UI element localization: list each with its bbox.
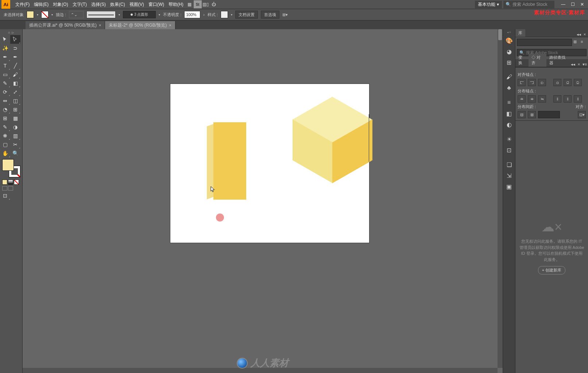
dock-grab-icon[interactable]: ◂ ≡ — [507, 31, 511, 34]
color-panel-icon[interactable]: 🎨 — [504, 36, 514, 45]
stock-search[interactable]: 🔍搜索 Adobe Stock — [503, 1, 554, 8]
color-mode-gradient[interactable] — [8, 180, 13, 185]
cube-shape[interactable] — [293, 97, 373, 184]
shaper-tool[interactable]: ✎ — [0, 79, 10, 88]
arrange-icon[interactable]: ▥▯ — [202, 0, 210, 8]
lasso-tool[interactable]: ⊃ — [10, 44, 20, 53]
rectangle-tool[interactable]: ▭ — [0, 70, 10, 79]
panel-collapse-icon[interactable]: ◂◂ — [570, 62, 576, 67]
panel-menu-icon[interactable]: ▾≡ — [582, 62, 587, 67]
edit-toolbar-button[interactable]: ⊡ — [0, 191, 10, 200]
vertical-scrollbar[interactable] — [498, 29, 503, 368]
brush-definition[interactable]: 3 点圆形 — [123, 11, 156, 18]
align-left-button[interactable]: ⫍ — [518, 79, 526, 86]
align-right-button[interactable]: ⫐ — [538, 79, 546, 86]
library-tab[interactable]: 库 — [515, 29, 525, 37]
appearance-panel-icon[interactable]: ☀ — [504, 134, 514, 144]
color-mode-none[interactable] — [14, 180, 19, 185]
fill-swatch[interactable] — [27, 11, 34, 18]
gradient-panel-icon[interactable]: ◧ — [504, 109, 514, 118]
stroke-panel-icon[interactable]: ≡ — [504, 98, 514, 107]
preferences-button[interactable]: 首选项 — [261, 11, 279, 19]
blend-tool[interactable]: ◑ — [10, 123, 20, 131]
vdist-bottom-button[interactable]: ≒ — [538, 95, 546, 103]
type-tool[interactable]: T — [0, 61, 10, 70]
zoom-tool[interactable]: 🔍 — [10, 149, 20, 158]
transparency-panel-icon[interactable]: ◐ — [504, 120, 514, 129]
brush-dropdown[interactable]: ▾ — [159, 13, 160, 16]
document-tab-1[interactable]: 插画公开课.ai* @ 50% (RGB/预览)× — [26, 21, 105, 29]
menu-effect[interactable]: 效果(C) — [108, 1, 127, 8]
width-tool[interactable]: ⇔ — [0, 96, 10, 105]
hdist-center-button[interactable]: ⦀ — [564, 95, 572, 103]
canvas[interactable]: 人人素材 — [23, 29, 503, 373]
slice-tool[interactable]: ✂ — [10, 140, 20, 149]
pink-circle-shape[interactable] — [216, 214, 224, 222]
line-tool[interactable]: ╱ — [10, 61, 20, 70]
document-tab-2[interactable]: 未标题-2* @ 50% (RGB/预览)× — [105, 21, 175, 29]
rotate-tool[interactable]: ⟳ — [0, 88, 10, 96]
transform-tab[interactable]: 变换 — [515, 54, 529, 67]
style-swatch[interactable] — [221, 11, 228, 18]
menu-help[interactable]: 帮助(H) — [166, 1, 186, 8]
opacity-slider-icon[interactable]: › — [203, 12, 205, 17]
panel-close-icon[interactable]: × — [582, 32, 587, 37]
fill-proxy[interactable] — [2, 159, 14, 171]
align-hcenter-button[interactable]: ⫎ — [528, 79, 536, 86]
panel-collapse-icon[interactable]: ◂◂ — [576, 32, 581, 37]
close-tab-icon[interactable]: × — [99, 23, 101, 27]
stock-icon[interactable]: St — [194, 0, 202, 8]
align-artboard-icon[interactable]: ⊞▾ — [282, 12, 288, 17]
maximize-button[interactable]: ☐ — [568, 1, 577, 8]
paintbrush-tool[interactable]: 🖌 — [10, 70, 20, 79]
opacity-field[interactable]: 100% — [184, 11, 200, 18]
grid-view-icon[interactable]: ⊞ — [573, 39, 579, 45]
menu-edit[interactable]: 编辑(E) — [32, 1, 51, 8]
graphic-styles-panel-icon[interactable]: ⊡ — [504, 145, 514, 155]
align-to-selector[interactable]: ⊡▾ — [578, 111, 586, 118]
style-dropdown[interactable]: ▾ — [231, 13, 232, 16]
color-mode-color[interactable] — [2, 180, 7, 185]
color-guide-panel-icon[interactable]: ◕ — [504, 47, 514, 56]
menu-view[interactable]: 视图(V) — [127, 1, 146, 8]
menu-window[interactable]: 窗口(W) — [146, 1, 166, 8]
stroke-weight-field[interactable]: ⌃⌄ — [69, 11, 84, 18]
bridge-icon[interactable]: ▦ — [186, 0, 194, 8]
stroke-swatch[interactable] — [41, 11, 49, 18]
close-tab-icon[interactable]: × — [169, 23, 171, 27]
hdist-right-button[interactable]: ⦀ — [574, 95, 582, 103]
magic-wand-tool[interactable]: ✨ — [0, 44, 10, 53]
fill-dropdown[interactable]: ▾ — [37, 13, 38, 16]
minimize-button[interactable]: — — [559, 1, 568, 8]
direct-selection-tool[interactable] — [10, 35, 20, 44]
library-selector[interactable] — [517, 39, 572, 46]
hdist-space-button[interactable]: ⊞ — [528, 111, 536, 118]
brushes-panel-icon[interactable]: 🖌 — [504, 72, 514, 82]
symbols-panel-icon[interactable]: ♣ — [504, 83, 514, 93]
vdist-top-button[interactable]: ≐ — [518, 95, 526, 103]
screen-mode-normal[interactable] — [2, 186, 7, 191]
align-top-button[interactable]: ⫏ — [553, 79, 561, 86]
align-tab[interactable]: ◇ 对齐 — [529, 54, 546, 67]
document-setup-button[interactable]: 文档设置 — [235, 11, 258, 19]
curvature-tool[interactable]: ✒ — [10, 53, 20, 61]
artboard-tool[interactable]: ▢ — [0, 140, 10, 149]
eyedropper-tool[interactable]: ✎ — [0, 123, 10, 131]
menu-file[interactable]: 文件(F) — [13, 1, 32, 8]
layers-panel-icon[interactable]: ❏ — [504, 160, 514, 169]
vdist-center-button[interactable]: ≑ — [528, 95, 536, 103]
swatches-panel-icon[interactable]: ⊞ — [504, 58, 514, 67]
hand-tool[interactable]: ✋ — [0, 149, 10, 158]
fill-stroke-indicator[interactable] — [2, 159, 20, 177]
column-graph-tool[interactable]: ▥ — [10, 131, 20, 140]
symbol-sprayer-tool[interactable]: ❋ — [0, 131, 10, 140]
workspace-switcher[interactable]: 基本功能▾ — [475, 1, 502, 8]
gpu-icon[interactable]: ⏻ — [210, 0, 218, 8]
align-bottom-button[interactable]: ⫒ — [574, 79, 582, 86]
mesh-tool[interactable]: ⊞ — [0, 114, 10, 123]
hdist-left-button[interactable]: ⦀ — [553, 95, 561, 103]
artboards-panel-icon[interactable]: ▣ — [504, 182, 514, 191]
menu-object[interactable]: 对象(O) — [51, 1, 70, 8]
scale-tool[interactable]: ⤢ — [10, 88, 20, 96]
panel-close-icon[interactable]: × — [576, 62, 581, 67]
